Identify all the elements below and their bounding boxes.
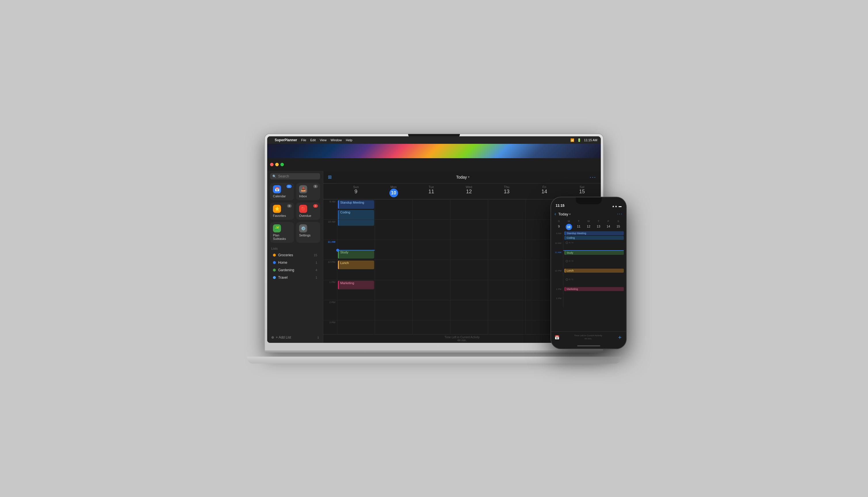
- search-bar[interactable]: 🔍 Search: [270, 173, 320, 180]
- phone-time-row-1pm: 1 PM Marketing: [553, 287, 624, 296]
- mon-12pm[interactable]: [375, 260, 412, 280]
- mon-9am[interactable]: [375, 199, 412, 219]
- menu-window[interactable]: Window: [330, 138, 342, 142]
- mon-11am[interactable]: [375, 240, 412, 260]
- sun-3pm[interactable]: [337, 320, 375, 334]
- overdue-button[interactable]: 🔴 Overdue 3: [296, 202, 320, 220]
- menu-edit[interactable]: Edit: [310, 138, 316, 142]
- phone-cal-14[interactable]: 14: [603, 224, 613, 230]
- phone-cal-10[interactable]: 10: [566, 224, 572, 230]
- thu-1pm[interactable]: [488, 280, 525, 300]
- time-10am: 10 AM: [323, 219, 337, 240]
- event-study[interactable]: Study: [338, 250, 374, 258]
- cal-toolbar: ⊞ Today ▾ ···: [323, 171, 601, 184]
- tue-12pm[interactable]: [413, 260, 450, 280]
- travel-name: Travel: [278, 275, 315, 280]
- groceries-count: 15: [314, 253, 317, 257]
- sun-9am[interactable]: Standup Meeting Coding: [337, 199, 375, 219]
- sun-10am[interactable]: [337, 219, 375, 240]
- event-marketing[interactable]: Marketing: [338, 281, 374, 289]
- wed-11am[interactable]: [451, 240, 488, 260]
- day-header-mon: Mon 10: [375, 184, 412, 199]
- phone-event-coding[interactable]: Coding: [565, 236, 624, 240]
- phone-cal-15[interactable]: 15: [613, 224, 623, 230]
- wed-10am[interactable]: [451, 219, 488, 240]
- thu-3pm[interactable]: [488, 320, 525, 334]
- wed-12pm[interactable]: [451, 260, 488, 280]
- phone-add-button[interactable]: ＋: [617, 333, 623, 341]
- mon-10am[interactable]: [375, 219, 412, 240]
- phone-back-button[interactable]: ‹: [555, 211, 556, 216]
- sidebar-footer-right: ℹ: [317, 335, 319, 340]
- wed-3pm[interactable]: [451, 320, 488, 334]
- menu-help[interactable]: Help: [346, 138, 353, 142]
- phone-event-marketing[interactable]: Marketing: [565, 287, 624, 291]
- day-header-fri: Fri 14: [525, 184, 563, 199]
- phone-time-row-10am: 10 AM 4 / 4: [553, 241, 624, 250]
- thu-10am[interactable]: [488, 219, 525, 240]
- phone-calendar-icon[interactable]: 📅: [555, 335, 559, 340]
- thu-2pm[interactable]: [488, 300, 525, 320]
- tue-10am[interactable]: [413, 219, 450, 240]
- phone-cal-13[interactable]: 13: [594, 224, 603, 230]
- phone-sub2-events: 0 / 3: [563, 259, 624, 268]
- phone-more-button[interactable]: ···: [617, 211, 623, 216]
- favorites-button[interactable]: ⭐ Favorites 0: [270, 202, 294, 220]
- minimize-button[interactable]: [275, 163, 279, 166]
- sun-1pm[interactable]: Marketing: [337, 280, 375, 300]
- sidebar-item-home[interactable]: Home 1: [269, 259, 321, 266]
- phone-status-icons: ▲▲ ▬: [612, 204, 622, 208]
- inbox-button[interactable]: 📥 Inbox 5: [296, 183, 320, 200]
- phone-subtask-circle-3: [566, 279, 568, 281]
- sidebar-item-gardening[interactable]: Gardening 4: [269, 267, 321, 273]
- tue-11am[interactable]: [413, 240, 450, 260]
- event-standup[interactable]: Standup Meeting: [338, 200, 374, 209]
- phone-cal-9[interactable]: 9: [554, 224, 564, 230]
- sun-11am[interactable]: Study: [337, 240, 375, 260]
- tue-3pm[interactable]: [413, 320, 450, 334]
- calendar-label: Calendar: [273, 195, 286, 198]
- calendar-button[interactable]: 📅 Calendar 21: [270, 183, 294, 200]
- phone-event-study[interactable]: Study: [565, 251, 624, 255]
- mon-3pm[interactable]: [375, 320, 412, 334]
- thu-11am[interactable]: [488, 240, 525, 260]
- sidebar-toggle[interactable]: ⊞: [328, 174, 332, 180]
- phone-today-button[interactable]: Today ▾: [558, 212, 571, 216]
- thu-9am[interactable]: [488, 199, 525, 219]
- sidebar-item-groceries[interactable]: Groceries 15: [269, 252, 321, 258]
- settings-button[interactable]: ⚙️ Settings: [296, 222, 320, 243]
- phone-cal-12[interactable]: 12: [584, 224, 593, 230]
- today-button[interactable]: Today ▾: [456, 175, 470, 180]
- menu-view[interactable]: View: [320, 138, 327, 142]
- more-options-button[interactable]: ···: [589, 174, 596, 180]
- tue-9am[interactable]: [413, 199, 450, 219]
- menu-file[interactable]: File: [301, 138, 306, 142]
- maximize-button[interactable]: [281, 163, 284, 166]
- plan-subtasks-button[interactable]: 🧩 Plan Subtasks: [270, 222, 294, 243]
- sidebar-item-travel[interactable]: Travel 1: [269, 274, 321, 281]
- phone-sub3-events: 0 / 1: [563, 278, 624, 286]
- tue-1pm[interactable]: [413, 280, 450, 300]
- add-list-button[interactable]: ⊕ + Add List: [271, 335, 291, 339]
- wed-1pm[interactable]: [451, 280, 488, 300]
- mon-1pm[interactable]: [375, 280, 412, 300]
- phone-event-standup[interactable]: Standup Meeting: [565, 231, 624, 235]
- phone-notch: [576, 197, 602, 204]
- inbox-label: Inbox: [299, 195, 307, 198]
- phone-events-scroll[interactable]: 9 AM Standup Meeting Coding 10 AM: [551, 231, 626, 331]
- phone-subtask-circle-2: [566, 260, 568, 262]
- wed-2pm[interactable]: [451, 300, 488, 320]
- phone-cal-11[interactable]: 11: [574, 224, 584, 230]
- phone-event-lunch[interactable]: Lunch: [565, 269, 624, 273]
- event-lunch[interactable]: Lunch: [338, 260, 374, 269]
- close-button[interactable]: [270, 163, 273, 166]
- thu-12pm[interactable]: [488, 260, 525, 280]
- gardening-count: 4: [315, 268, 317, 272]
- sun-12pm[interactable]: Lunch: [337, 260, 375, 280]
- wed-9am[interactable]: [451, 199, 488, 219]
- tue-2pm[interactable]: [413, 300, 450, 320]
- mon-2pm[interactable]: [375, 300, 412, 320]
- info-icon[interactable]: ℹ: [317, 336, 319, 340]
- menubar: SuperPlanner File Edit View Window Help …: [267, 136, 601, 144]
- sun-2pm[interactable]: [337, 300, 375, 320]
